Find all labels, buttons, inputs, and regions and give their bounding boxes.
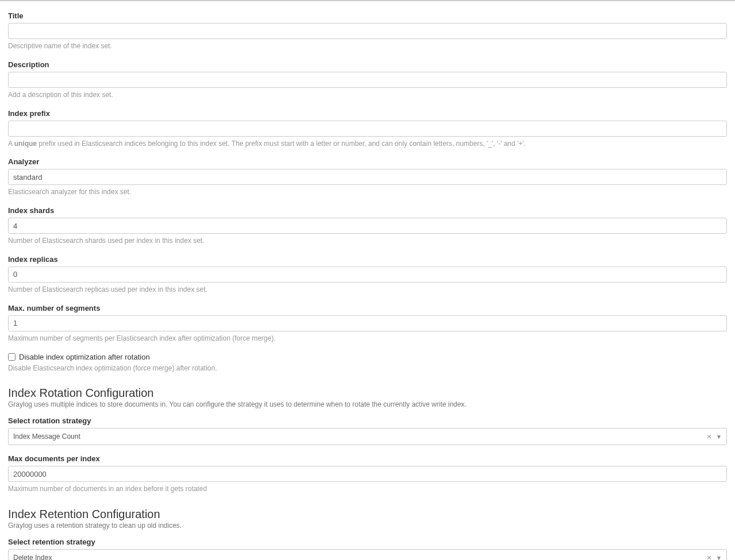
disable-optimization-checkbox[interactable] — [8, 353, 16, 361]
analyzer-label: Analyzer — [8, 157, 727, 166]
clear-icon[interactable]: × — [707, 553, 711, 560]
disable-optimization-label: Disable index optimization after rotatio… — [19, 353, 150, 361]
retention-strategy-value: Delete Index — [13, 554, 52, 560]
index-replicas-input[interactable] — [8, 267, 727, 283]
max-docs-input[interactable] — [8, 466, 727, 482]
clear-icon[interactable]: × — [707, 432, 711, 441]
title-label: Title — [8, 11, 727, 20]
retention-section-desc: Graylog uses a retention strategy to cle… — [8, 522, 727, 530]
description-help: Add a description of this index set. — [8, 90, 727, 100]
chevron-down-icon: ▼ — [716, 434, 722, 440]
retention-strategy-select[interactable]: Delete Index × ▼ — [8, 549, 727, 560]
index-replicas-help: Number of Elasticsearch replicas used pe… — [8, 285, 727, 295]
max-docs-label: Max documents per index — [8, 454, 727, 463]
rotation-strategy-label: Select rotation strategy — [8, 416, 727, 425]
analyzer-help: Elasticsearch analyzer for this index se… — [8, 187, 727, 197]
index-shards-help: Number of Elasticsearch shards used per … — [8, 236, 727, 246]
index-shards-label: Index shards — [8, 206, 727, 215]
rotation-strategy-value: Index Message Count — [13, 432, 80, 441]
max-docs-help: Maximum number of documents in an index … — [8, 484, 727, 494]
description-input[interactable] — [8, 72, 727, 88]
retention-strategy-label: Select retention strategy — [8, 538, 727, 546]
max-segments-help: Maximum number of segments per Elasticse… — [8, 334, 727, 343]
max-segments-label: Max. number of segments — [8, 304, 727, 312]
rotation-section-heading: Index Rotation Configuration — [8, 387, 727, 400]
index-prefix-help: A unique prefix used in Elasticsearch in… — [8, 139, 727, 149]
index-replicas-label: Index replicas — [8, 255, 727, 264]
title-help: Descriptive name of the index set. — [8, 41, 727, 51]
chevron-down-icon: ▼ — [716, 555, 722, 560]
title-input[interactable] — [8, 23, 727, 39]
index-prefix-label: Index prefix — [8, 109, 727, 118]
description-label: Description — [8, 60, 727, 69]
retention-section-heading: Index Retention Configuration — [8, 508, 727, 521]
index-shards-input[interactable] — [8, 218, 727, 234]
rotation-section-desc: Graylog uses multiple indices to store d… — [8, 400, 727, 408]
max-segments-input[interactable] — [8, 315, 727, 331]
analyzer-input[interactable] — [8, 169, 727, 185]
rotation-strategy-select[interactable]: Index Message Count × ▼ — [8, 428, 727, 445]
disable-optimization-help: Disable Elasticsearch index optimization… — [8, 364, 727, 373]
index-prefix-input[interactable] — [8, 121, 727, 137]
